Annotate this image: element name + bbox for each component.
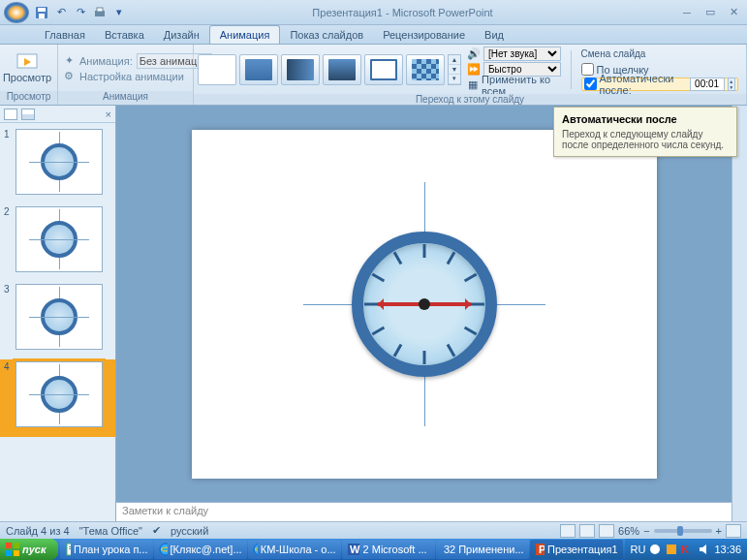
window-controls: ─ ▭ ✕: [677, 5, 743, 20]
thumbnail[interactable]: [16, 361, 103, 427]
slideshow-view-button[interactable]: [599, 524, 614, 538]
redo-icon[interactable]: ↷: [72, 4, 89, 21]
svg-text:K: K: [681, 544, 689, 555]
tab-animation[interactable]: Анимация: [209, 25, 281, 44]
star-icon: ✦: [62, 54, 76, 68]
thumbnails-list: 1 2 3 4: [0, 123, 115, 521]
taskbar-item[interactable]: [Клякс@.net]...: [154, 540, 247, 559]
thumbnail-row[interactable]: 1: [0, 127, 115, 204]
spellcheck-icon[interactable]: ✔: [152, 524, 161, 537]
thumbnail[interactable]: [16, 284, 103, 350]
transition-item[interactable]: [281, 54, 320, 85]
advance-title: Смена слайда: [581, 48, 738, 62]
language-indicator[interactable]: русский: [171, 525, 208, 537]
thumb-number: 2: [4, 206, 12, 272]
animation-settings-button[interactable]: ⚙ Настройка анимации: [62, 70, 212, 83]
undo-icon[interactable]: ↶: [52, 4, 70, 21]
qat-more-icon[interactable]: ▾: [110, 4, 128, 21]
panel-close-icon[interactable]: ×: [106, 109, 111, 120]
tab-design[interactable]: Дизайн: [154, 26, 209, 44]
sound-icon: 🔊: [467, 47, 481, 61]
group-transition: Переход к этому слайду: [194, 94, 746, 105]
tab-view[interactable]: Вид: [475, 26, 514, 44]
normal-view-button[interactable]: [560, 524, 576, 538]
tab-insert[interactable]: Вставка: [95, 26, 154, 44]
svg-rect-8: [14, 543, 19, 548]
preview-label: Просмотр: [3, 72, 51, 83]
close-button[interactable]: ✕: [724, 5, 743, 20]
language-bar[interactable]: RU: [631, 544, 646, 555]
thumbnail[interactable]: [16, 206, 103, 272]
start-button[interactable]: пуск: [0, 539, 58, 560]
taskbar-item[interactable]: 32 Применени...: [436, 540, 529, 559]
auto-after-label: Автоматически после:: [600, 73, 687, 96]
on-click-checkbox[interactable]: [581, 63, 594, 76]
transition-none[interactable]: [198, 54, 236, 85]
tooltip-body: Переход к следующему слайду после опреде…: [562, 129, 729, 150]
transition-item[interactable]: [406, 54, 445, 85]
apply-icon: ▦: [467, 78, 479, 92]
zoom-slider[interactable]: [654, 529, 712, 533]
zoom-out-button[interactable]: −: [643, 525, 649, 537]
status-bar: Слайд 4 из 4 "Тема Office" ✔ русский 66%…: [0, 521, 747, 539]
title-bar: ↶ ↷ ▾ Презентация1 - Microsoft PowerPoin…: [0, 0, 747, 25]
tray-icon[interactable]: [648, 543, 662, 556]
svg-marker-23: [700, 544, 706, 554]
thumbnail-row[interactable]: 3: [0, 282, 115, 359]
vertical-scrollbar[interactable]: [731, 106, 747, 521]
transition-sound-select[interactable]: [Нет звука]: [483, 47, 561, 61]
clock[interactable]: 13:36: [714, 544, 741, 555]
tray-icon[interactable]: [665, 543, 678, 556]
zoom-value: 66%: [618, 525, 639, 537]
taskbar-item[interactable]: КМ-Школа - о...: [248, 540, 341, 559]
transition-item[interactable]: [323, 54, 361, 85]
transition-item[interactable]: [364, 54, 403, 85]
print-icon[interactable]: [91, 4, 109, 21]
tab-slideshow[interactable]: Показ слайдов: [280, 26, 373, 44]
fit-button[interactable]: [726, 524, 741, 538]
clock-shape: [303, 178, 545, 430]
tab-review[interactable]: Рецензирование: [373, 26, 475, 44]
slides-tab-icon[interactable]: [4, 109, 17, 120]
sorter-view-button[interactable]: [579, 524, 595, 538]
ie-icon: [253, 543, 258, 556]
transition-item[interactable]: [239, 54, 278, 85]
svg-rect-9: [6, 550, 12, 556]
gallery-more-button[interactable]: ▲▼▾: [448, 54, 461, 85]
volume-icon[interactable]: [698, 543, 711, 556]
slide-indicator: Слайд 4 из 4: [6, 525, 70, 537]
taskbar-item[interactable]: PПрезентация1: [530, 540, 623, 559]
minimize-button[interactable]: ─: [677, 5, 697, 20]
office-button[interactable]: [4, 2, 29, 23]
notes-pane[interactable]: Заметки к слайду: [116, 502, 731, 521]
thumb-number: 3: [4, 284, 12, 350]
auto-after-checkbox[interactable]: [584, 78, 597, 90]
thumbnail-row[interactable]: 4: [0, 359, 115, 437]
save-icon[interactable]: [33, 4, 50, 21]
ribbon-tabs: Главная Вставка Дизайн Анимация Показ сл…: [0, 25, 747, 45]
work-area: × 1 2 3 4 Заметки к: [0, 106, 747, 521]
theme-indicator: "Тема Office": [79, 525, 142, 537]
kaspersky-icon[interactable]: K: [681, 543, 695, 556]
thumbnail-row[interactable]: 2: [0, 204, 115, 282]
svg-rect-10: [14, 550, 19, 556]
preview-button[interactable]: Просмотр: [4, 47, 50, 89]
ppt-icon: P: [535, 543, 545, 556]
zoom-in-button[interactable]: +: [716, 525, 722, 537]
taskbar: пуск План урока п...[Клякс@.net]...КМ-Шк…: [0, 539, 747, 560]
taskbar-item[interactable]: W2 Microsoft ...: [342, 540, 435, 559]
tab-home[interactable]: Главная: [35, 26, 95, 44]
tooltip: Автоматически после Переход к следующему…: [553, 107, 737, 157]
time-spinner[interactable]: ▲▼: [728, 78, 735, 91]
slide[interactable]: [192, 130, 657, 479]
restore-button[interactable]: ▭: [700, 5, 720, 20]
ribbon: Просмотр Просмотр ✦ Анимация: ⚙ Настройк…: [0, 45, 747, 106]
system-tray: RU K 13:36: [625, 539, 747, 560]
quick-access-toolbar: ↶ ↷ ▾: [33, 4, 128, 21]
taskbar-item[interactable]: План урока п...: [60, 540, 153, 559]
outline-tab-icon[interactable]: [21, 109, 35, 120]
apply-all-button[interactable]: ▦ Применить ко всем: [467, 78, 565, 92]
auto-after-time[interactable]: [690, 78, 725, 91]
thumbnail[interactable]: [16, 129, 103, 195]
taskbar-items: План урока п...[Клякс@.net]...КМ-Школа -…: [58, 540, 625, 559]
